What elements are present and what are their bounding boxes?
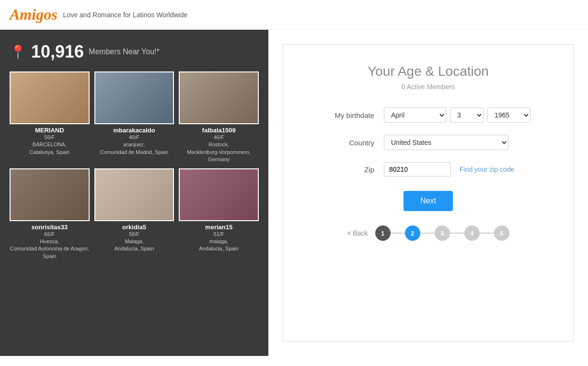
list-item[interactable]: merian15 51/Fmalaga,Andalucia, Spain <box>179 168 259 260</box>
photo-grid: MERIAND 56/FBARCELONA,Catalunya, Spain m… <box>10 71 259 260</box>
birthdate-label: My birthdate <box>307 111 384 119</box>
country-controls: United States Mexico Spain Argentina Col… <box>384 135 508 150</box>
zip-controls: Find your zip code <box>384 162 514 177</box>
member-photo <box>10 168 90 221</box>
step-2[interactable]: 2 <box>405 225 420 241</box>
form-subtitle: 0 Active Members <box>307 83 549 91</box>
progress-section: < Back 1 2 3 4 5 <box>307 225 549 241</box>
list-item[interactable]: mbarakacaldo 40/Faranjuez,Comunidad de M… <box>94 71 174 164</box>
step-line-4 <box>480 233 494 234</box>
step-3[interactable]: 3 <box>435 225 450 241</box>
month-select[interactable]: January February March April May June Ju… <box>384 107 446 123</box>
logo[interactable]: Amigos <box>10 6 58 24</box>
zip-label: Zip <box>307 165 384 174</box>
member-info: 58/FMalaga,Andalucia, Spain <box>94 231 174 253</box>
day-select[interactable]: 1 2 3 4 5 6 7 8 9 10 11 12 13 14 <box>450 107 484 123</box>
list-item[interactable]: MERIAND 56/FBARCELONA,Catalunya, Spain <box>10 71 90 164</box>
list-item[interactable]: falbala1509 46/FRostock,Mecklenburg-Vorp… <box>179 71 259 164</box>
member-info: 51/Fmalaga,Andalucia, Spain <box>179 231 259 253</box>
member-photo <box>94 71 174 124</box>
step-line-1 <box>391 233 405 234</box>
member-photo <box>179 168 259 221</box>
birthdate-row: My birthdate January February March Apri… <box>307 107 549 123</box>
member-username: mbarakacaldo <box>94 127 174 134</box>
step-4[interactable]: 4 <box>464 225 480 241</box>
member-username: MERIAND <box>10 127 90 134</box>
member-photo <box>10 71 90 124</box>
zip-row: Zip Find your zip code <box>307 162 549 177</box>
header: Amigos Love and Romance for Latinos Worl… <box>0 0 588 30</box>
left-panel: 📍 10,916 Members Near You!* MERIAND 56/F… <box>0 30 268 356</box>
member-username: sonrisitas33 <box>10 224 90 231</box>
members-count: 10,916 <box>31 42 84 62</box>
next-button[interactable]: Next <box>404 191 453 211</box>
step-line-3 <box>450 233 464 234</box>
back-link[interactable]: < Back <box>347 229 368 237</box>
members-header: 📍 10,916 Members Near You!* <box>10 42 259 62</box>
zip-input[interactable] <box>384 162 451 177</box>
list-item[interactable]: orkidia5 58/FMalaga,Andalucia, Spain <box>94 168 174 260</box>
country-label: Country <box>307 139 384 147</box>
member-username: orkidia5 <box>94 224 174 231</box>
form-title: Your Age & Location <box>307 64 549 79</box>
member-info: 46/FRostock,Mecklenburg-Vorpommern, Germ… <box>179 134 259 164</box>
member-info: 40/Faranjuez,Comunidad de Madrid, Spain <box>94 134 174 156</box>
logo-tagline: Love and Romance for Latinos Worldwide <box>63 11 188 19</box>
steps: 1 2 3 4 5 <box>375 225 509 241</box>
member-photo <box>179 71 259 124</box>
members-label: Members Near You!* <box>89 47 160 56</box>
age-location-form: Your Age & Location 0 Active Members My … <box>283 44 574 342</box>
member-info: 66/FHuesca,Comunidad Autonoma de Aragon,… <box>10 231 90 260</box>
location-pin-icon: 📍 <box>10 44 26 60</box>
birthdate-controls: January February March April May June Ju… <box>384 107 530 123</box>
step-5[interactable]: 5 <box>494 225 509 241</box>
member-username: falbala1509 <box>179 127 259 134</box>
member-username: merian15 <box>179 224 259 231</box>
list-item[interactable]: sonrisitas33 66/FHuesca,Comunidad Autono… <box>10 168 90 260</box>
step-1[interactable]: 1 <box>375 225 391 241</box>
member-photo <box>94 168 174 221</box>
member-info: 56/FBARCELONA,Catalunya, Spain <box>10 134 90 156</box>
year-select[interactable]: 2005200420032002200120001999199819971996… <box>487 107 530 123</box>
right-panel: Your Age & Location 0 Active Members My … <box>268 30 588 356</box>
country-row: Country United States Mexico Spain Argen… <box>307 135 549 150</box>
step-line-2 <box>420 233 435 234</box>
country-select[interactable]: United States Mexico Spain Argentina Col… <box>384 135 508 150</box>
main-layout: 📍 10,916 Members Near You!* MERIAND 56/F… <box>0 30 588 356</box>
find-zip-link[interactable]: Find your zip code <box>460 165 514 173</box>
